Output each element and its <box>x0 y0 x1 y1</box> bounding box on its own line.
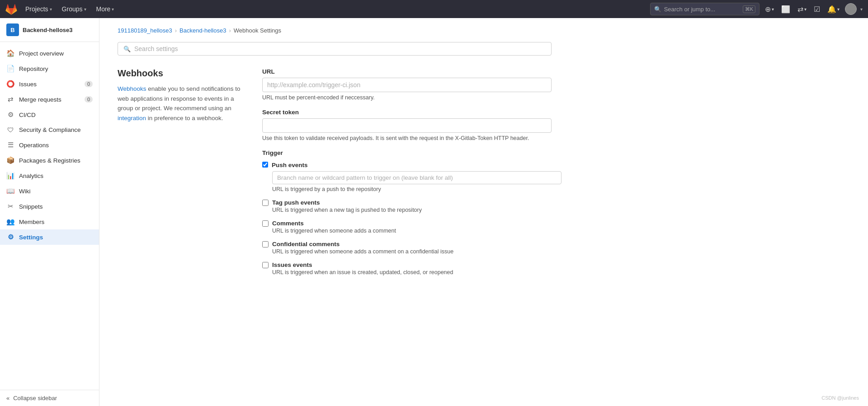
settings-search-bar[interactable]: 🔍 <box>118 42 552 56</box>
breadcrumb-current: Webhook Settings <box>234 27 281 34</box>
url-label: URL <box>262 68 552 75</box>
sidebar-item-label: Security & Compliance <box>19 126 81 133</box>
sidebar-item-label: Project overview <box>19 50 64 57</box>
breadcrumb-link-project[interactable]: Backend-hellose3 <box>179 27 226 34</box>
trigger-section: Trigger Push events URL is triggered by … <box>262 149 552 275</box>
code-review-icon: ⬜ <box>781 5 790 14</box>
confidential-comments-trigger: Confidential comments URL is triggered w… <box>262 240 552 255</box>
merge-request-icon: ⇄ <box>797 5 803 14</box>
trigger-label: Trigger <box>262 149 552 156</box>
mr-badge: 0 <box>85 96 93 103</box>
confidential-comments-row: Confidential comments URL is triggered w… <box>262 240 552 255</box>
comments-checkbox[interactable] <box>262 220 269 227</box>
webhooks-section: Webhooks Webhooks enable you to send not… <box>118 68 552 282</box>
push-events-checkbox[interactable] <box>262 162 268 168</box>
notification-chevron: ▾ <box>837 7 840 12</box>
sidebar-item-repository[interactable]: 📄 Repository <box>0 61 99 76</box>
notification-icon: 🔔 <box>827 5 836 14</box>
sidebar-item-label: Settings <box>19 234 43 241</box>
sidebar-item-security[interactable]: 🛡 Security & Compliance <box>0 122 99 137</box>
webhooks-description-text: Webhooks enable you to send notification… <box>118 84 244 123</box>
sidebar-item-wiki[interactable]: 📖 Wiki <box>0 183 99 199</box>
plus-icon: ⊕ <box>765 5 771 14</box>
sidebar-item-snippets[interactable]: ✂ Snippets <box>0 199 99 214</box>
webhooks-description: Webhooks Webhooks enable you to send not… <box>118 68 244 282</box>
sidebar-item-label: Snippets <box>19 203 43 210</box>
secret-token-label: Secret token <box>262 109 552 116</box>
push-events-label[interactable]: Push events <box>272 162 308 168</box>
sidebar-item-settings[interactable]: ⚙ Settings <box>0 229 99 245</box>
projects-menu[interactable]: Projects ▾ <box>22 4 56 14</box>
todo-icon: ☑ <box>814 5 820 14</box>
sidebar-item-members[interactable]: 👥 Members <box>0 214 99 229</box>
breadcrumb-link-org[interactable]: 191180189_hellose3 <box>118 27 172 34</box>
webhooks-link[interactable]: Webhooks <box>118 85 146 92</box>
merge-requests-button[interactable]: ⇄ ▾ <box>796 3 808 15</box>
new-item-button[interactable]: ⊕ ▾ <box>763 3 776 15</box>
sidebar-item-merge-requests[interactable]: ⇄ Merge requests 0 <box>0 92 99 107</box>
sidebar-item-issues[interactable]: ⭕ Issues 0 <box>0 76 99 92</box>
more-menu[interactable]: More ▾ <box>93 4 118 14</box>
search-input[interactable] <box>664 6 740 13</box>
home-icon: 🏠 <box>6 49 14 57</box>
sidebar-item-operations[interactable]: ☰ Operations <box>0 137 99 153</box>
search-icon: 🔍 <box>654 6 661 13</box>
push-branch-hint: URL is triggered by a push to the reposi… <box>272 186 552 192</box>
confidential-comments-checkbox[interactable] <box>262 241 269 247</box>
groups-menu[interactable]: Groups ▾ <box>58 4 90 14</box>
webhooks-form: URL URL must be percent-encoded if necce… <box>262 68 552 282</box>
sidebar-item-label: Repository <box>19 65 48 72</box>
merge-chevron: ▾ <box>804 7 807 12</box>
sidebar-item-project-overview[interactable]: 🏠 Project overview <box>0 46 99 61</box>
tag-push-events-trigger: Tag push events URL is triggered when a … <box>262 199 552 213</box>
wiki-icon: 📖 <box>6 187 14 195</box>
comments-trigger: Comments URL is triggered when someone a… <box>262 219 552 234</box>
tag-push-events-checkbox[interactable] <box>262 200 269 206</box>
branch-filter-input[interactable] <box>272 171 561 184</box>
top-nav-right: 🔍 ⌘K ⊕ ▾ ⬜ ⇄ ▾ ☑ 🔔 ▾ ▾ <box>646 3 863 15</box>
tag-push-row: Tag push events URL is triggered when a … <box>262 199 552 213</box>
issues-icon: ⭕ <box>6 80 14 88</box>
issues-events-trigger: Issues events URL is triggered when an i… <box>262 261 552 275</box>
push-events-trigger: Push events URL is triggered by a push t… <box>262 162 552 192</box>
search-kbd: ⌘K <box>743 5 755 13</box>
settings-search-input[interactable] <box>134 45 546 52</box>
sidebar-item-label: Issues <box>19 81 37 88</box>
sidebar-item-packages[interactable]: 📦 Packages & Registries <box>0 153 99 168</box>
url-input[interactable] <box>262 78 552 92</box>
members-icon: 👥 <box>6 218 14 226</box>
collapse-sidebar-button[interactable]: « Collapse sidebar <box>0 390 99 406</box>
tag-push-text: Tag push events URL is triggered when a … <box>272 199 422 213</box>
secret-token-input[interactable] <box>262 118 552 133</box>
todo-button[interactable]: ☑ <box>812 3 822 15</box>
secret-token-hint: Use this token to validate received payl… <box>262 135 552 141</box>
plus-chevron: ▾ <box>772 7 774 12</box>
issues-badge: 0 <box>85 81 93 87</box>
notification-button[interactable]: 🔔 ▾ <box>826 3 841 15</box>
sidebar-item-label: Members <box>19 219 44 225</box>
user-avatar[interactable] <box>845 3 857 15</box>
comments-text: Comments URL is triggered when someone a… <box>272 219 396 234</box>
confidential-comments-text: Confidential comments URL is triggered w… <box>272 240 453 255</box>
sidebar-item-label: Packages & Registries <box>19 157 80 164</box>
issues-events-checkbox[interactable] <box>262 262 269 268</box>
settings-icon: ⚙ <box>6 233 14 241</box>
search-settings-icon: 🔍 <box>123 46 131 52</box>
sidebar-item-cicd[interactable]: ⚙ CI/CD <box>0 107 99 122</box>
page-layout: B Backend-hellose3 🏠 Project overview 📄 … <box>0 18 868 406</box>
url-hint: URL must be percent-encoded if neccessar… <box>262 94 552 101</box>
comments-row: Comments URL is triggered when someone a… <box>262 219 552 234</box>
more-chevron-icon: ▾ <box>112 7 114 12</box>
top-navigation: Projects ▾ Groups ▾ More ▾ 🔍 ⌘K ⊕ ▾ ⬜ ⇄ … <box>0 0 868 18</box>
global-search[interactable]: 🔍 ⌘K <box>650 3 760 15</box>
issues-events-row: Issues events URL is triggered when an i… <box>262 261 552 275</box>
issues-events-text: Issues events URL is triggered when an i… <box>272 261 453 275</box>
shield-icon: 🛡 <box>6 126 14 134</box>
watermark: CSDN @junlines <box>821 395 859 401</box>
sidebar-nav: 🏠 Project overview 📄 Repository ⭕ Issues… <box>0 42 99 248</box>
sidebar-item-analytics[interactable]: 📊 Analytics <box>0 168 99 183</box>
review-icon[interactable]: ⬜ <box>779 3 792 15</box>
main-content: 191180189_hellose3 › Backend-hellose3 › … <box>99 18 868 406</box>
integration-link[interactable]: integration <box>118 115 146 121</box>
gitlab-logo[interactable] <box>5 3 17 15</box>
